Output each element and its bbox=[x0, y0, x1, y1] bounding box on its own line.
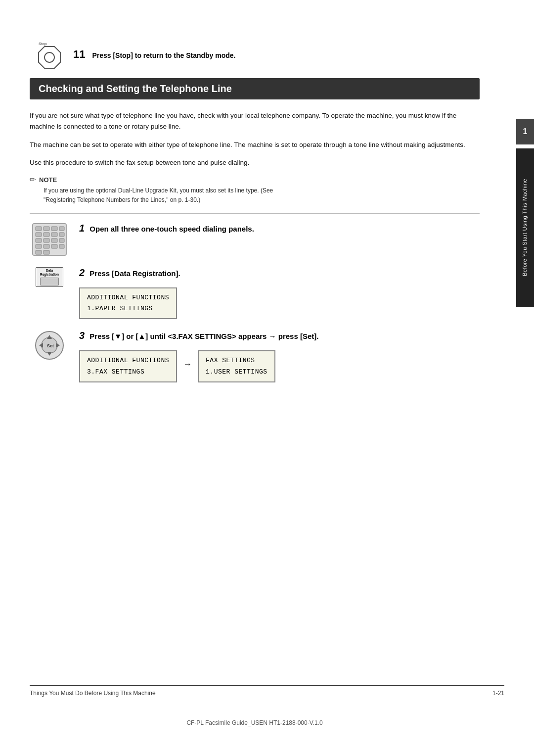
note-pencil-icon: ✏ bbox=[30, 175, 36, 184]
step-2-lcd-line2: 1.PAPER SETTINGS bbox=[87, 305, 153, 312]
step-1-row: 1 Open all three one-touch speed dialing… bbox=[30, 223, 480, 256]
main-content: Stop 11 Press [Stop] to return to the St… bbox=[30, 0, 504, 382]
stop-button-icon: Stop bbox=[35, 40, 64, 69]
step-3-lcd-right-line1: FAX SETTINGS bbox=[206, 357, 255, 364]
step-3-content: 3 Press [▼] or [▲] until <3.FAX SETTINGS… bbox=[79, 330, 480, 382]
note-block: ✏ NOTE If you are using the optional Dua… bbox=[30, 175, 480, 204]
step-3-text: Press [▼] or [▲] until <3.FAX SETTINGS> … bbox=[89, 332, 318, 340]
set-button-icon: Set bbox=[34, 330, 65, 361]
step-1-content: 1 Open all three one-touch speed dialing… bbox=[79, 223, 480, 239]
step-11-text: 11 Press [Stop] to return to the Standby… bbox=[73, 48, 236, 61]
note-text: If you are using the optional Dual-Line … bbox=[44, 186, 480, 204]
step-2-icon-area: DataRegistration bbox=[30, 267, 69, 287]
step-3-row: Set 3 Press [▼] or [▲] until <3.FAX SETT… bbox=[30, 330, 480, 382]
sidebar-tab: Before You Start Using This Machine bbox=[516, 148, 534, 307]
note-label-text: NOTE bbox=[39, 176, 57, 184]
svg-rect-14 bbox=[51, 238, 57, 242]
step-2-row: DataRegistration 2 Press [Data Registrat… bbox=[30, 267, 480, 319]
step-3-label: 3 Press [▼] or [▲] until <3.FAX SETTINGS… bbox=[79, 330, 480, 341]
svg-rect-19 bbox=[59, 244, 64, 248]
chapter-number: 1 bbox=[523, 127, 528, 136]
svg-rect-20 bbox=[36, 250, 42, 254]
svg-rect-17 bbox=[44, 244, 49, 248]
svg-rect-13 bbox=[44, 238, 49, 242]
step-3-lcd-left: ADDITIONAL FUNCTIONS 3.FAX SETTINGS bbox=[79, 350, 177, 382]
stop-icon-svg: Stop bbox=[35, 40, 64, 69]
step-3-number: 3 bbox=[79, 330, 85, 341]
svg-rect-5 bbox=[44, 227, 49, 231]
data-registration-button-icon: DataRegistration bbox=[36, 267, 63, 287]
step-11-instruction: Press [Stop] to return to the Standby mo… bbox=[92, 51, 235, 59]
step-3-lcd-right: FAX SETTINGS 1.USER SETTINGS bbox=[198, 350, 275, 382]
svg-rect-8 bbox=[36, 233, 42, 236]
footer-bottom: CF-PL Facsimile Guide_USEN HT1-2188-000-… bbox=[0, 719, 509, 726]
chapter-number-tab: 1 bbox=[516, 119, 534, 144]
intro-para-3: Use this procedure to switch the fax set… bbox=[30, 157, 480, 168]
sidebar-label: Before You Start Using This Machine bbox=[521, 179, 529, 276]
step-1-number: 1 bbox=[79, 223, 85, 234]
section-title: Checking and Setting the Telephone Line bbox=[39, 83, 232, 94]
svg-rect-9 bbox=[44, 233, 49, 236]
svg-rect-11 bbox=[59, 233, 64, 236]
step-2-text: Press [Data Registration]. bbox=[89, 269, 180, 278]
svg-text:Stop: Stop bbox=[39, 42, 47, 46]
svg-text:Set: Set bbox=[47, 343, 54, 348]
svg-rect-15 bbox=[59, 238, 64, 242]
footer-left-text: Things You Must Do Before Using This Mac… bbox=[30, 690, 156, 697]
arrow-right-icon: → bbox=[183, 359, 192, 370]
step-3-display-row: ADDITIONAL FUNCTIONS 3.FAX SETTINGS → FA… bbox=[79, 346, 480, 382]
step-2-lcd: ADDITIONAL FUNCTIONS 1.PAPER SETTINGS bbox=[79, 287, 177, 319]
step-3-lcd-right-line2: 1.USER SETTINGS bbox=[206, 368, 267, 376]
step-11-row: Stop 11 Press [Stop] to return to the St… bbox=[35, 40, 480, 69]
svg-rect-4 bbox=[36, 227, 42, 231]
step-1-icon-area bbox=[30, 223, 69, 256]
step-2-lcd-line1: ADDITIONAL FUNCTIONS bbox=[87, 294, 169, 301]
svg-point-2 bbox=[44, 52, 54, 62]
step-3-icon-area: Set bbox=[30, 330, 69, 361]
svg-rect-12 bbox=[36, 238, 42, 242]
intro-para-1: If you are not sure what type of telepho… bbox=[30, 110, 480, 133]
intro-para-2: The machine can be set to operate with e… bbox=[30, 140, 480, 150]
data-reg-label: DataRegistration bbox=[40, 269, 59, 277]
svg-rect-21 bbox=[44, 250, 49, 254]
svg-marker-1 bbox=[39, 47, 60, 68]
footer-page-number: 1-21 bbox=[492, 690, 504, 697]
svg-rect-6 bbox=[51, 227, 57, 231]
step-1-label: 1 Open all three one-touch speed dialing… bbox=[79, 223, 480, 234]
step-11-number: 11 bbox=[73, 48, 85, 60]
footer-guide-name: CF-PL Facsimile Guide_USEN HT1-2188-000-… bbox=[186, 719, 322, 726]
step-2-label: 2 Press [Data Registration]. bbox=[79, 267, 480, 279]
page: 1 Before You Start Using This Machine St… bbox=[0, 0, 534, 756]
speed-dial-panels-icon bbox=[32, 223, 67, 256]
footer-line: Things You Must Do Before Using This Mac… bbox=[30, 685, 504, 697]
svg-rect-16 bbox=[36, 244, 42, 248]
svg-rect-7 bbox=[59, 227, 64, 231]
svg-rect-10 bbox=[51, 233, 57, 236]
section-header: Checking and Setting the Telephone Line bbox=[30, 78, 480, 99]
svg-rect-18 bbox=[51, 244, 57, 248]
note-label-row: ✏ NOTE bbox=[30, 175, 480, 184]
divider bbox=[30, 213, 480, 214]
step-2-number: 2 bbox=[79, 267, 85, 278]
step-3-lcd-left-line1: ADDITIONAL FUNCTIONS bbox=[87, 357, 169, 364]
step-1-text: Open all three one-touch speed dialing p… bbox=[89, 225, 254, 233]
step-2-content: 2 Press [Data Registration]. ADDITIONAL … bbox=[79, 267, 480, 319]
step-3-lcd-left-line2: 3.FAX SETTINGS bbox=[87, 368, 144, 376]
